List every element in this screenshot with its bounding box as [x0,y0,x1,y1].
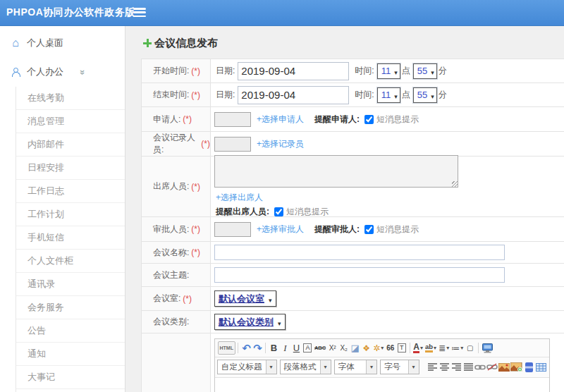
subscript-icon[interactable]: X₂ [338,341,349,355]
align-left-icon[interactable] [427,360,438,374]
required-mark: (*) [201,139,210,149]
attendees-textarea[interactable] [214,155,458,188]
sms-remind-checkbox[interactable] [364,225,374,234]
end-hour-select[interactable]: 11 [377,87,400,103]
toolbar-separator [410,343,410,353]
image-add-icon[interactable] [510,360,522,374]
start-minute-select[interactable]: 55 [413,63,437,79]
sidebar-item[interactable]: 消息管理 [16,110,125,133]
sms-remind-checkbox[interactable] [274,207,283,216]
meeting-room-select[interactable]: 默认会议室 [214,290,276,307]
justify-icon[interactable] [462,360,474,374]
meeting-topic-input[interactable] [214,267,505,283]
media-icon[interactable] [523,360,534,374]
caret-down-icon: ▾ [381,345,384,351]
sidebar-item[interactable]: 通讯录 [16,273,125,296]
sms-label: 短消息提示 [376,114,419,125]
form-row-start-time: 开始时间:(*) 日期: 时间: 11 点 55 分 [142,59,564,83]
unlink-icon[interactable] [486,360,498,374]
sidebar-item[interactable]: 通知 [16,343,125,366]
sidebar-item-desktop[interactable]: ⌂ 个人桌面 [0,26,125,57]
superscript-icon[interactable]: X² [327,341,338,355]
hour-unit-label: 点 [402,65,410,77]
unordered-list-icon[interactable]: ≔▾ [450,341,464,355]
end-date-input[interactable] [238,86,349,104]
recorder-input[interactable] [214,137,251,152]
toolbar-separator [478,343,479,353]
sidebar-item[interactable]: 新闻 [16,389,125,392]
editor-content[interactable] [215,378,549,392]
italic-icon[interactable]: I [280,341,290,355]
select-attendees-link[interactable]: +选择出席人 [216,192,263,202]
underline-icon[interactable]: U [291,341,302,355]
hamburger-menu-icon[interactable] [133,8,146,18]
ordered-list-icon[interactable]: ≣▾ [438,341,450,355]
sidebar-item[interactable]: 个人文件柜 [16,250,125,273]
sidebar-item[interactable]: 在线考勤 [16,87,125,110]
sidebar-item[interactable]: 工作日志 [16,180,125,203]
highlight-color-icon[interactable]: ab▾ [424,341,437,355]
form-row-meeting-category: 会议类别: 默认会议类别 [142,311,564,333]
select-approver-link[interactable]: +选择审批人 [257,223,304,235]
caret-down-icon [431,65,434,78]
new-page-icon[interactable]: ▢ [465,341,475,355]
sidebar-item[interactable]: 会务服务 [16,296,125,319]
align-right-icon[interactable] [450,360,462,374]
sidebar-item[interactable]: 公告 [16,319,125,343]
table-icon[interactable] [536,360,547,374]
start-hour-select[interactable]: 11 [377,63,400,79]
undo-icon[interactable]: ↶ [241,341,252,355]
select-applicant-link[interactable]: +选择申请人 [257,114,304,125]
sidebar-item-office[interactable]: 个人办公 » [0,57,125,87]
minute-unit-label: 分 [439,89,447,101]
caret-down-icon [431,89,434,102]
sidebar-item[interactable]: 日程安排 [16,157,125,180]
sidebar-item[interactable]: 手机短信 [16,226,125,250]
main-content: 会议信息发布 开始时间:(*) 日期: 时间: 11 点 55 分 结束时间:(… [126,26,564,392]
page-title: 会议信息发布 [154,37,218,50]
font-border-icon[interactable]: A [302,341,313,355]
align-center-icon[interactable] [439,360,450,374]
font-family-select[interactable]: 字体 [334,360,378,374]
sidebar-item[interactable]: 大事记 [16,366,125,389]
format-painter-icon[interactable]: ✲▾ [372,341,384,355]
clean-brush-icon[interactable]: ❖ [361,341,372,355]
caret-down-icon [320,360,331,374]
select-recorder-link[interactable]: +选择记录员 [257,138,304,150]
sms-label: 短消息提示 [286,206,329,218]
applicant-input[interactable] [214,112,251,127]
sms-remind-checkbox[interactable] [364,115,374,124]
redo-icon[interactable]: ↷ [252,341,263,355]
sidebar-item-label: 个人办公 [27,66,63,78]
blockquote-icon[interactable]: 66 [385,341,396,355]
html-source-button[interactable]: HTML [218,341,235,355]
user-icon [9,68,22,77]
link-icon[interactable] [474,360,486,374]
meeting-name-input[interactable] [214,245,505,260]
form-row-meeting-room: 会议室:(*) 默认会议室 [142,287,564,311]
paragraph-format-select[interactable]: 段落格式 [280,360,331,374]
required-mark: (*) [191,90,200,100]
preview-icon[interactable] [481,341,494,355]
meeting-category-select[interactable]: 默认会议类别 [214,314,286,330]
caret-down-icon [366,360,376,374]
required-mark: (*) [191,247,200,257]
image-icon[interactable] [498,360,510,374]
time-label: 时间: [355,89,374,101]
strikethrough-icon[interactable]: ABC [314,341,326,355]
font-size-select[interactable]: 字号 [380,360,419,374]
font-color-icon[interactable]: A▾ [412,341,424,355]
custom-title-select[interactable]: 自定义标题 [217,360,277,374]
remind-applicant-label: 提醒申请人: [314,114,360,125]
caret-down-icon [278,316,281,329]
eraser-icon[interactable]: ◪ [350,341,360,355]
sidebar-item[interactable]: 工作计划 [16,203,125,226]
required-mark: (*) [183,114,192,124]
approver-input[interactable] [214,222,251,237]
bold-icon[interactable]: B [269,341,279,355]
field-label: 会议主题: [153,269,189,281]
sidebar-item[interactable]: 内部邮件 [16,133,125,157]
paste-icon[interactable]: T [396,341,407,355]
start-date-input[interactable] [238,62,349,80]
end-minute-select[interactable]: 55 [413,87,437,103]
